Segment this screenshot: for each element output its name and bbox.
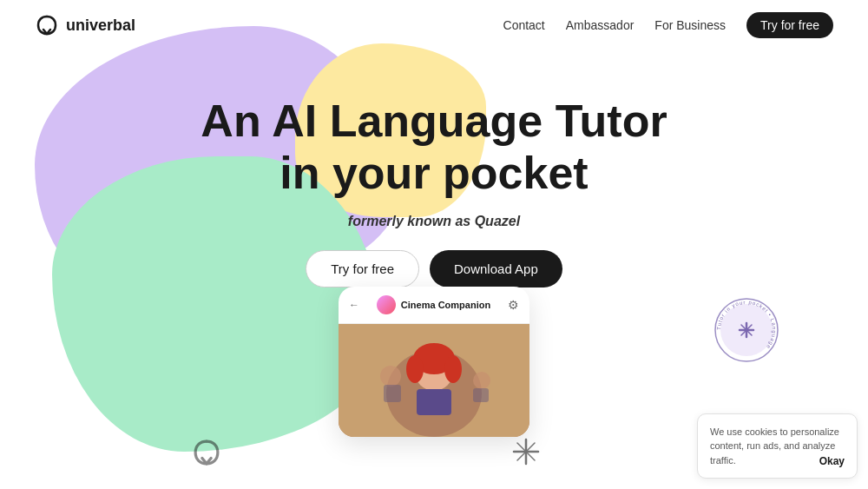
svg-point-8 [473, 372, 490, 389]
cookie-banner: We use cookies to personalize content, r… [697, 413, 858, 479]
logo-icon [35, 13, 59, 37]
logo-text: univerbal [66, 17, 135, 35]
svg-rect-10 [473, 388, 489, 402]
phone-chat-title: Cinema Companion [401, 300, 490, 310]
try-for-free-button[interactable]: Try for free [306, 250, 419, 287]
phone-avatar [377, 295, 396, 314]
svg-point-5 [444, 355, 462, 383]
phone-content [339, 324, 529, 437]
hero-subtitle: formerly known as Quazel [348, 214, 520, 229]
nav-contact[interactable]: Contact [503, 18, 545, 32]
sparkle-icon [512, 438, 540, 472]
phone-header: ← Cinema Companion ⚙ [339, 287, 529, 324]
logo[interactable]: univerbal [35, 13, 135, 37]
circular-badge: Tutor in your pocket • Language [712, 295, 781, 365]
hero-title: An AI Language Tutor in your pocket [201, 96, 667, 200]
person-image [339, 324, 529, 437]
download-app-button[interactable]: Download App [430, 250, 562, 287]
nav-links: Contact Ambassador For Business Try for … [503, 12, 833, 38]
phone-settings-icon[interactable]: ⚙ [508, 298, 519, 312]
badge-svg: Tutor in your pocket • Language [712, 295, 781, 365]
person-svg [339, 324, 529, 437]
badge-center-icon [740, 323, 753, 337]
navbar: univerbal Contact Ambassador For Busines… [0, 0, 868, 50]
nav-try-button[interactable]: Try for free [746, 12, 833, 38]
svg-rect-6 [417, 389, 451, 415]
phone-back-button[interactable]: ← [349, 299, 359, 311]
svg-rect-9 [384, 385, 401, 402]
phone-mockup: ← Cinema Companion ⚙ [339, 287, 529, 437]
hero-section: An AI Language Tutor in your pocket form… [0, 43, 868, 287]
hero-buttons: Try for free Download App [306, 250, 562, 287]
cookie-okay-button[interactable]: Okay [819, 455, 845, 467]
phone-title-row: Cinema Companion [377, 295, 490, 314]
svg-point-4 [406, 355, 424, 383]
svg-point-7 [380, 366, 401, 387]
nav-ambassador[interactable]: Ambassador [566, 18, 635, 32]
bottom-logo-mark [191, 437, 222, 472]
nav-for-business[interactable]: For Business [654, 18, 726, 32]
